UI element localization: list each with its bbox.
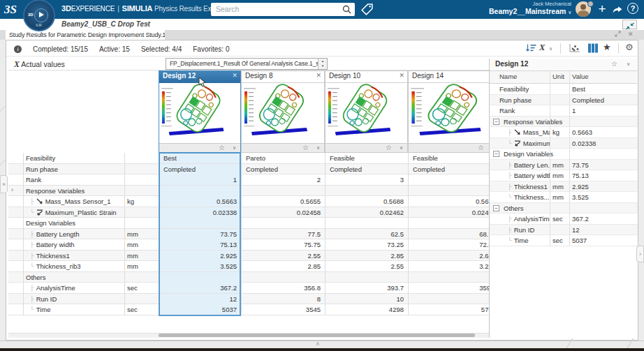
value-cell[interactable]: Completed	[325, 164, 408, 174]
detail-panel-header[interactable]: Design 12☆∨	[490, 59, 637, 71]
row-label-cell[interactable]: └Thickness_rib3	[8, 261, 124, 271]
value-cell[interactable]: 0.5672	[408, 196, 500, 207]
favorite-star-icon[interactable]: ☆	[219, 144, 225, 152]
value-cell[interactable]: 4298	[325, 304, 408, 315]
info-icon[interactable]: i	[14, 45, 22, 53]
favorite-star-icon[interactable]: ☆	[611, 60, 617, 68]
value-cell[interactable]: 3.225	[408, 261, 500, 271]
result-field-spinner[interactable]: ▲ ▼	[318, 59, 327, 69]
value-cell[interactable]: 75.75	[241, 239, 325, 250]
value-cell[interactable]: Best	[159, 153, 241, 163]
spinner-down-icon[interactable]: ▼	[319, 64, 327, 68]
row-label-cell[interactable]: Feasibility	[8, 153, 124, 163]
row-label-cell[interactable]: Run phase	[8, 164, 124, 174]
value-cell[interactable]: 8	[241, 294, 325, 304]
value-cell[interactable]: 2.625	[408, 251, 500, 261]
value-cell[interactable]: 0.02495	[408, 207, 500, 218]
value-cell[interactable]: Completed	[408, 164, 500, 174]
value-cell[interactable]: 5765	[408, 304, 500, 315]
expand-left-panel-icon[interactable]: »	[0, 175, 8, 193]
value-cell[interactable]: 0.5663	[159, 196, 241, 207]
chevron-down-icon[interactable]: ∨	[233, 144, 236, 152]
collapse-group-icon[interactable]: −	[493, 205, 499, 211]
expand-right-panel-icon[interactable]: ›	[636, 246, 644, 262]
value-cell[interactable]: 2.55	[325, 261, 408, 271]
value-cell[interactable]: 3	[325, 174, 408, 185]
value-cell[interactable]: Pareto	[241, 153, 325, 163]
row-label-cell[interactable]: ├Mass_Mass Sensor_1	[8, 196, 124, 207]
value-cell[interactable]: 73.75	[159, 229, 241, 239]
column-view-icon[interactable]	[587, 43, 599, 56]
close-view-icon[interactable]: ✕	[628, 31, 634, 38]
row-label-cell[interactable]: Response Variables	[8, 186, 124, 196]
row-label-cell[interactable]: ├Run ID	[8, 294, 124, 304]
value-cell[interactable]: 5037	[159, 304, 241, 315]
design-card-header[interactable]: Design 10✕	[325, 71, 407, 83]
value-cell[interactable]: 356.8	[241, 283, 325, 293]
value-cell[interactable]: 77.5	[241, 229, 325, 239]
value-cell[interactable]: 12	[159, 294, 241, 304]
favorite-star-icon[interactable]: ☆	[386, 144, 392, 152]
value-cell[interactable]: 75.13	[159, 239, 241, 250]
help-icon[interactable]: ?	[627, 3, 638, 14]
value-cell[interactable]: Completed	[159, 164, 241, 174]
favorite-star-icon[interactable]: ☆	[302, 144, 309, 152]
value-cell[interactable]: 393.7	[325, 283, 408, 293]
value-cell[interactable]: 72.63	[408, 239, 500, 250]
collapse-footer-icon[interactable]: ∧	[316, 341, 320, 347]
value-cell[interactable]: 0.02338	[159, 207, 241, 218]
simulation-thumbnail[interactable]	[409, 83, 499, 144]
tab-study-results[interactable]: Study Results for Parametric Design Impr…	[6, 30, 165, 40]
horizontal-scrollbar-thumb[interactable]	[159, 334, 475, 337]
simulation-thumbnail[interactable]	[159, 83, 240, 144]
spinner-up-icon[interactable]: ▲	[319, 59, 327, 64]
row-label-cell[interactable]: └Maximum_Plastic Strain	[8, 207, 124, 218]
design-card[interactable]: Design 14✕☆∨	[408, 70, 500, 153]
value-cell[interactable]: 2.85	[325, 251, 408, 261]
row-label-cell[interactable]: Rank	[8, 174, 124, 185]
value-cell[interactable]: 14	[408, 294, 500, 304]
user-menu[interactable]: Jack Mechanical Beamy2__Mainstream∨	[489, 1, 571, 17]
collapse-window-icon[interactable]	[622, 20, 637, 29]
row-label-cell[interactable]: ├Thickness1	[8, 251, 124, 261]
value-cell[interactable]: 2	[241, 174, 325, 185]
3d-compass-icon[interactable]: 3D V.R	[23, 0, 55, 31]
value-cell[interactable]: 3545	[241, 304, 325, 315]
design-card-header[interactable]: Design 14✕	[409, 71, 499, 83]
new-tab-button[interactable]: +	[144, 20, 149, 29]
row-label-cell[interactable]: Design Variables	[8, 218, 124, 228]
value-cell[interactable]: 0.5655	[241, 196, 325, 207]
value-cell[interactable]: 4	[408, 174, 500, 185]
value-cell[interactable]: 1	[159, 174, 241, 185]
value-cell[interactable]: Completed	[241, 164, 325, 174]
scatter-plot-icon[interactable]	[569, 43, 580, 56]
value-cell[interactable]: 0.5688	[325, 196, 408, 207]
row-label-cell[interactable]: Others	[8, 272, 124, 283]
value-cell[interactable]: 73.25	[325, 239, 408, 250]
actual-values-mode-icon[interactable]: X	[539, 43, 545, 53]
close-icon[interactable]: ✕	[399, 72, 404, 79]
search-input[interactable]: Search	[211, 3, 355, 16]
document-tab[interactable]: Beamy2_USB_C Drop Test	[61, 20, 150, 28]
value-cell[interactable]: 2.55	[241, 251, 325, 261]
design-card[interactable]: Design 10✕☆∨	[325, 70, 408, 153]
value-cell[interactable]: 0.02458	[241, 207, 325, 218]
tag-icon[interactable]	[360, 3, 374, 16]
favorite-star-icon[interactable]: ☆	[478, 144, 484, 152]
favorites-filter-icon[interactable]: ★	[603, 42, 611, 52]
value-cell[interactable]: 367.2	[159, 283, 241, 293]
value-cell[interactable]: 62.5	[325, 229, 408, 239]
simulation-thumbnail[interactable]	[325, 83, 407, 144]
row-label-cell[interactable]: ├AnalysisTime	[8, 283, 124, 293]
value-cell[interactable]: 68.75	[408, 229, 500, 239]
value-cell[interactable]: 3.525	[159, 261, 241, 271]
settings-gear-icon[interactable]: ⚙	[625, 42, 634, 52]
result-field-dropdown[interactable]: FP_Displacement.1_Result Of General Anal…	[166, 58, 328, 70]
chevron-down-icon[interactable]: ∨	[549, 46, 552, 52]
design-card-header[interactable]: Design 8✕	[242, 71, 324, 83]
value-cell[interactable]: 359.4	[408, 283, 500, 293]
chevron-down-icon[interactable]: ∨	[400, 144, 403, 152]
restore-view-icon[interactable]	[615, 31, 621, 38]
row-label-cell[interactable]: ├Battery Length	[8, 229, 124, 239]
sort-icon[interactable]	[525, 43, 536, 56]
